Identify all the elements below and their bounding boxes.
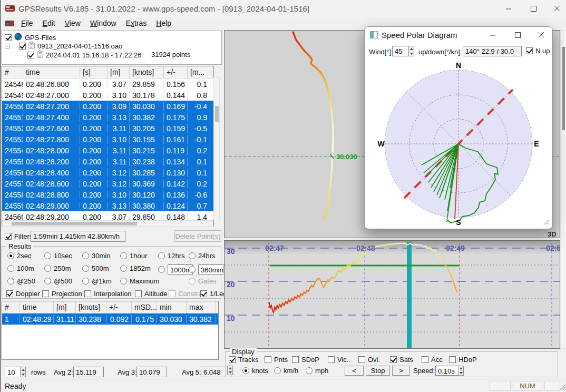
filters-checkbox[interactable] (5, 233, 12, 240)
delete-points-button[interactable]: Delete Point(s) (174, 230, 221, 242)
column-header-max[interactable]: max (187, 301, 216, 313)
table-row[interactable]: 2455702:48:28.6000.2003.1230.3690.1420.2… (2, 178, 213, 189)
table-row[interactable]: 2455902:48:29.0000.2003.1330.3800.1240.7… (2, 200, 213, 211)
stop-button[interactable]: Stop (366, 366, 390, 376)
radio-250[interactable]: @250 (7, 277, 35, 285)
polar-resize-grip-icon[interactable] (543, 219, 549, 227)
speed-spinner[interactable] (458, 366, 464, 376)
radio-maximum-radio[interactable] (120, 278, 127, 285)
radio-1km-radio[interactable] (82, 278, 89, 285)
radio-10sec[interactable]: 10sec (44, 252, 72, 260)
column-header-knots[interactable]: [knots] (76, 301, 106, 313)
radio-1000m-radio[interactable] (158, 266, 165, 273)
column-header-time[interactable]: time (23, 66, 80, 78)
updown-field[interactable]: 140° 22.9 / 30.0 (463, 46, 522, 56)
radio-24hrs[interactable]: 24hrs (189, 252, 216, 260)
north-up-checkbox[interactable] (526, 47, 533, 54)
collapse-icon[interactable] (5, 42, 9, 50)
avg2-field[interactable]: 15.119 (73, 367, 104, 377)
filters-toggle[interactable]: Filters (5, 232, 33, 240)
radio-100m[interactable]: 100m (7, 264, 34, 272)
resize-grip-icon[interactable] (559, 384, 566, 392)
time-cursor[interactable] (407, 242, 412, 348)
radio-1hour[interactable]: 1hour (120, 252, 147, 260)
menu-item-view[interactable]: View (60, 17, 85, 29)
column-header-m[interactable]: [m] (54, 301, 76, 313)
column-header-[interactable]: +/- (164, 66, 188, 78)
checkbox-constrain-checkbox[interactable] (169, 290, 175, 297)
maximize-button[interactable] (522, 0, 544, 17)
radio-12hrs[interactable]: 12hrs (158, 252, 185, 260)
rows-count-field[interactable]: 10 (5, 367, 21, 377)
menu-item-help[interactable]: Help (151, 17, 176, 29)
table-row[interactable]: 2455302:48:27.8000.2003.1030.1550.161-0.… (2, 134, 213, 145)
avg3-field[interactable]: 10.079 (136, 367, 167, 377)
column-header-s[interactable]: [s] (80, 66, 108, 78)
titlebar[interactable]: GPSResults V6.185 - 31.01.2022 - www.gps… (1, 0, 566, 18)
table-row[interactable]: 2455202:48:27.6000.2003.1130.2050.159-0.… (2, 123, 213, 134)
points-table-vscrollbar-thumb[interactable] (215, 106, 219, 122)
tree-item-file[interactable]: 0913_2024-04-01-1516.oao (5, 42, 122, 51)
checkbox-interpolation[interactable]: Interpolation (84, 290, 132, 298)
checkbox-1-leg-checkbox[interactable] (200, 290, 207, 297)
radio-km-h-radio[interactable] (274, 367, 281, 374)
menu-item-file[interactable]: File (16, 17, 38, 29)
radio-1km[interactable]: @1km (82, 277, 112, 285)
checkbox-projection[interactable]: Projection (42, 290, 82, 298)
tree-checkbox-gps-files[interactable] (5, 34, 12, 41)
speed-field[interactable]: 0.10s (435, 366, 458, 376)
radio-10sec-radio[interactable] (44, 252, 51, 259)
column-header-m[interactable]: [m] (108, 66, 130, 78)
radio-500m[interactable]: 500m (82, 264, 109, 272)
table-row[interactable]: 2455402:48:28.0000.2003.1130.2150.1190.2… (2, 145, 213, 156)
points-table-vscrollbar[interactable] (213, 77, 220, 220)
column-header-m[interactable]: [m... (188, 66, 210, 78)
menu-item-edit[interactable]: Edit (38, 17, 60, 29)
radio-30min-radio[interactable] (82, 252, 89, 259)
step-forward-button[interactable]: > (392, 366, 410, 376)
checkbox-interpolation-checkbox[interactable] (84, 290, 91, 297)
checkbox-altitude-checkbox[interactable] (135, 290, 142, 297)
checkbox-altitude[interactable]: Altitude (135, 290, 167, 298)
rows-count-spinner[interactable] (20, 367, 26, 377)
radio-maximum[interactable]: Maximum (120, 277, 159, 285)
radio-gates-radio[interactable] (189, 278, 196, 285)
menu-item-window[interactable]: Window (85, 17, 121, 29)
radio-500[interactable]: @500 (44, 277, 72, 285)
radio-30min[interactable]: 30min (82, 252, 110, 260)
radio-500-radio[interactable] (44, 278, 51, 285)
radio-250-radio[interactable] (7, 278, 14, 285)
speed-chart[interactable]: 30 20 10 02:47 02:48 02:49 02:5 (224, 240, 560, 349)
radio-1852m-radio[interactable] (120, 265, 127, 272)
table-row[interactable]: 2454902:48:27.0000.2003.1030.1780.1440.8… (2, 90, 213, 101)
close-button[interactable] (546, 0, 566, 17)
radio-250m[interactable]: 250m (44, 264, 71, 272)
input-360min[interactable]: 360min (198, 264, 223, 275)
column-header-knots[interactable]: [knots] (130, 66, 164, 78)
checkbox-projection-checkbox[interactable] (42, 290, 49, 297)
table-row[interactable]: 2455002:48:27.2000.2003.0930.0300.169-0.… (2, 101, 213, 112)
column-header-time[interactable]: time (20, 301, 54, 313)
tree-checkbox-session[interactable] (27, 52, 34, 58)
radio-1000m[interactable]: 1000m (158, 264, 193, 275)
points-table-hscrollbar-thumb[interactable] (12, 222, 137, 226)
radio-2sec-radio[interactable] (7, 252, 14, 259)
table-row[interactable]: 2455802:48:28.8000.2003.1030.1200.136-0.… (2, 189, 213, 200)
radio-km-h[interactable]: km/h (274, 367, 298, 375)
column-header-[interactable]: # (2, 66, 23, 78)
radio-24hrs-radio[interactable] (189, 252, 196, 259)
radio-1852m[interactable]: 1852m (120, 264, 151, 272)
radio-360min-radio[interactable] (189, 266, 196, 273)
map-vscrollbar[interactable] (560, 30, 566, 349)
table-row[interactable]: 2455502:48:28.2000.2003.1130.2380.1340.1… (2, 156, 213, 167)
step-back-button[interactable]: < (345, 366, 364, 376)
radio-knots-radio[interactable] (242, 367, 249, 374)
polar-close-button[interactable] (533, 28, 549, 42)
table-row[interactable]: 2454802:48:26.8000.2003.0729.8590.1560.1… (2, 79, 213, 90)
table-row[interactable]: 2455602:48:28.4000.2003.1230.2850.1300.1… (2, 167, 213, 178)
radio-mph-radio[interactable] (306, 367, 313, 374)
radio-gates[interactable]: Gates (189, 277, 217, 285)
column-header-[interactable]: +/- (106, 301, 132, 313)
column-header-s[interactable]: S (210, 66, 214, 78)
checkbox-doppler-checkbox[interactable] (6, 290, 13, 297)
